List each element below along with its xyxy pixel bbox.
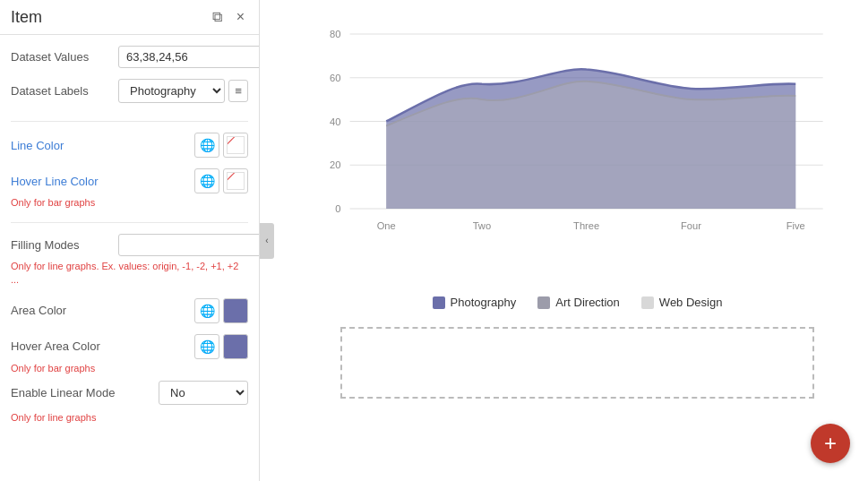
dataset-labels-select[interactable]: Photography Art Direction Web Design xyxy=(118,79,225,103)
divider-2 xyxy=(11,222,248,223)
copy-button[interactable]: ⧉ xyxy=(209,7,226,27)
filling-modes-input[interactable] xyxy=(118,234,260,256)
filling-modes-row: Filling Modes xyxy=(11,234,248,256)
copy-icon: ⧉ xyxy=(212,9,222,25)
dataset-labels-row: Dataset Labels Photography Art Direction… xyxy=(11,79,248,103)
area-color-row: Area Color 🌐 xyxy=(11,298,248,323)
svg-text:0: 0 xyxy=(335,203,340,214)
dashed-placeholder-box xyxy=(340,327,814,399)
chart-area: 80 60 40 20 0 xyxy=(260,0,868,481)
legend-item-web-design: Web Design xyxy=(641,296,723,309)
right-area: ‹ 80 60 40 20 0 xyxy=(260,0,868,481)
chart-legend: Photography Art Direction Web Design xyxy=(314,287,841,318)
dataset-values-label: Dataset Values xyxy=(11,50,118,64)
line-color-label: Line Color xyxy=(11,139,194,152)
collapse-panel-button[interactable]: ‹ xyxy=(260,223,274,259)
panel-body: Dataset Values Dataset Labels Photograph… xyxy=(0,35,259,434)
left-panel: Item ⧉ × Dataset Values Dataset Labels P… xyxy=(0,0,260,481)
legend-swatch-photography xyxy=(433,296,445,309)
chart-svg: 80 60 40 20 0 xyxy=(314,18,841,287)
line-color-controls: 🌐 xyxy=(194,133,248,158)
hover-area-color-label: Hover Area Color xyxy=(11,339,194,353)
only-line-graphs-note: Only for line graphs xyxy=(11,412,248,423)
divider-1 xyxy=(11,121,248,122)
close-icon: × xyxy=(236,9,245,25)
hover-area-color-row: Hover Area Color 🌐 xyxy=(11,334,248,359)
svg-text:Five: Five xyxy=(786,220,805,231)
globe-icon-2: 🌐 xyxy=(200,174,215,188)
area-color-globe-button[interactable]: 🌐 xyxy=(194,298,219,323)
panel-header: Item ⧉ × xyxy=(0,0,259,35)
legend-label-web-design: Web Design xyxy=(659,296,723,309)
legend-swatch-web-design xyxy=(641,296,654,309)
legend-item-art-direction: Art Direction xyxy=(537,296,620,309)
hover-line-color-row: Hover Line Color 🌐 xyxy=(11,168,248,193)
area-color-label: Area Color xyxy=(11,304,194,317)
hover-area-color-controls: 🌐 xyxy=(194,334,248,359)
svg-text:60: 60 xyxy=(330,73,340,83)
hover-area-color-globe-button[interactable]: 🌐 xyxy=(194,334,219,359)
enable-linear-row: Enable Linear Mode No Yes xyxy=(11,381,248,405)
dataset-values-row: Dataset Values xyxy=(11,46,248,68)
enable-linear-label: Enable Linear Mode xyxy=(11,386,159,399)
legend-label-photography: Photography xyxy=(451,296,517,309)
svg-text:Four: Four xyxy=(681,220,701,231)
only-bar-graphs-note-2: Only for bar graphs xyxy=(11,363,248,374)
dataset-labels-controls: Photography Art Direction Web Design ≡ xyxy=(118,79,248,103)
filling-modes-note: Only for line graphs. Ex. values: origin… xyxy=(11,260,248,288)
line-color-row: Line Color 🌐 xyxy=(11,133,248,158)
area-color-swatch-button[interactable] xyxy=(223,298,248,323)
svg-text:Three: Three xyxy=(573,220,599,231)
slash-indicator-2 xyxy=(227,172,245,190)
globe-icon: 🌐 xyxy=(200,138,215,152)
hover-line-color-slash-button[interactable] xyxy=(223,168,248,193)
panel-header-icons: ⧉ × xyxy=(209,7,248,27)
line-color-slash-button[interactable] xyxy=(223,133,248,158)
hover-line-color-globe-button[interactable]: 🌐 xyxy=(194,168,219,193)
svg-text:One: One xyxy=(377,220,396,231)
close-button[interactable]: × xyxy=(233,7,248,27)
legend-item-photography: Photography xyxy=(433,296,517,309)
panel-title: Item xyxy=(11,8,42,27)
globe-icon-3: 🌐 xyxy=(200,304,215,318)
list-icon: ≡ xyxy=(235,84,242,98)
legend-swatch-art-direction xyxy=(537,296,550,309)
filling-modes-label: Filling Modes xyxy=(11,238,118,252)
slash-indicator xyxy=(227,136,245,154)
svg-text:40: 40 xyxy=(330,116,340,127)
chart-container: 80 60 40 20 0 xyxy=(314,18,841,287)
svg-text:80: 80 xyxy=(330,29,340,39)
svg-text:Two: Two xyxy=(473,220,491,231)
plus-icon: + xyxy=(824,431,837,456)
enable-linear-select[interactable]: No Yes xyxy=(159,381,248,405)
list-icon-button[interactable]: ≡ xyxy=(228,80,248,102)
hover-line-color-controls: 🌐 xyxy=(194,168,248,193)
chevron-left-icon: ‹ xyxy=(265,236,268,245)
dataset-labels-label: Dataset Labels xyxy=(11,84,118,98)
only-bar-graphs-note-1: Only for bar graphs xyxy=(11,197,248,208)
globe-icon-4: 🌐 xyxy=(200,339,215,354)
legend-label-art-direction: Art Direction xyxy=(555,296,620,309)
dataset-values-input[interactable] xyxy=(118,46,260,68)
hover-area-color-swatch-button[interactable] xyxy=(223,334,248,359)
line-color-globe-button[interactable]: 🌐 xyxy=(194,133,219,158)
svg-text:20: 20 xyxy=(330,159,340,170)
hover-line-color-label: Hover Line Color xyxy=(11,175,194,188)
add-fab-button[interactable]: + xyxy=(811,424,850,463)
area-color-controls: 🌐 xyxy=(194,298,248,323)
